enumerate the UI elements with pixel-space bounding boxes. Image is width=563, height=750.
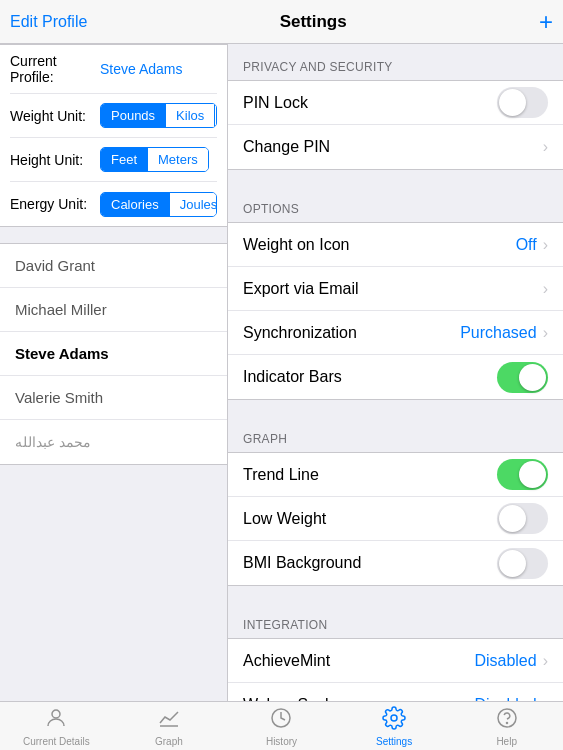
wahoo-scale-row[interactable]: Wahoo Scale Disabled › (228, 683, 563, 701)
options-section: Weight on Icon Off › Export via Email › … (228, 222, 563, 400)
height-meters-btn[interactable]: Meters (148, 148, 208, 171)
weight-pounds-btn[interactable]: Pounds (101, 104, 166, 127)
low-weight-knob (499, 505, 526, 532)
indicator-bars-knob (519, 364, 546, 391)
bmi-background-toggle[interactable] (497, 548, 548, 579)
tab-settings-label: Settings (376, 736, 412, 747)
graph-section: Trend Line Low Weight BMI Background (228, 452, 563, 586)
height-feet-btn[interactable]: Feet (101, 148, 148, 171)
tab-graph-label: Graph (155, 736, 183, 747)
top-bar: Edit Profile Settings + (0, 0, 563, 44)
current-profile-section: Current Profile: Steve Adams Weight Unit… (0, 44, 227, 227)
weight-stones-btn[interactable]: Stones (215, 104, 217, 127)
current-details-icon (44, 706, 68, 734)
tab-current-details-label: Current Details (23, 736, 90, 747)
energy-unit-row: Energy Unit: Calories Joules (10, 182, 217, 226)
indicator-bars-label: Indicator Bars (243, 368, 497, 386)
weight-unit-row: Weight Unit: Pounds Kilos Stones (10, 94, 217, 138)
export-email-label: Export via Email (243, 280, 543, 298)
bmi-background-label: BMI Background (243, 554, 497, 572)
integration-section: AchieveMint Disabled › Wahoo Scale Disab… (228, 638, 563, 701)
svg-point-0 (52, 710, 60, 718)
trend-line-row: Trend Line (228, 453, 563, 497)
tab-settings[interactable]: Settings (338, 702, 451, 750)
history-icon (269, 706, 293, 734)
bmi-background-knob (499, 550, 526, 577)
change-pin-row[interactable]: Change PIN › (228, 125, 563, 169)
right-panel: PRIVACY AND SECURITY PIN Lock Change PIN… (228, 44, 563, 701)
low-weight-toggle[interactable] (497, 503, 548, 534)
height-unit-segmented[interactable]: Feet Meters (100, 147, 209, 172)
tab-bar: Current Details Graph History Settings (0, 701, 563, 750)
tab-history[interactable]: History (225, 702, 338, 750)
weight-unit-label: Weight Unit: (10, 108, 100, 124)
tab-graph[interactable]: Graph (113, 702, 226, 750)
profile-item-steve[interactable]: Steve Adams (0, 332, 227, 376)
synchronization-chevron: › (543, 324, 548, 342)
weight-on-icon-chevron: › (543, 236, 548, 254)
export-email-chevron: › (543, 280, 548, 298)
profile-item-david[interactable]: David Grant (0, 244, 227, 288)
main-content: Current Profile: Steve Adams Weight Unit… (0, 44, 563, 701)
profile-item-valerie[interactable]: Valerie Smith (0, 376, 227, 420)
tab-history-label: History (266, 736, 297, 747)
energy-unit-segmented[interactable]: Calories Joules (100, 192, 217, 217)
profile-item-arabic[interactable]: محمد عبدالله (0, 420, 227, 464)
graph-icon (157, 706, 181, 734)
bmi-background-row: BMI Background (228, 541, 563, 585)
pin-lock-label: PIN Lock (243, 94, 497, 112)
edit-profile-button[interactable]: Edit Profile (10, 13, 87, 31)
weight-on-icon-value: Off (516, 236, 537, 254)
low-weight-label: Low Weight (243, 510, 497, 528)
current-profile-value: Steve Adams (100, 61, 183, 77)
privacy-section: PIN Lock Change PIN › (228, 80, 563, 170)
weight-unit-segmented[interactable]: Pounds Kilos Stones (100, 103, 217, 128)
energy-unit-label: Energy Unit: (10, 196, 100, 212)
indicator-bars-row: Indicator Bars (228, 355, 563, 399)
settings-icon (382, 706, 406, 734)
graph-section-header: GRAPH (228, 416, 563, 452)
weight-kilos-btn[interactable]: Kilos (166, 104, 215, 127)
energy-joules-btn[interactable]: Joules (170, 193, 217, 216)
weight-on-icon-label: Weight on Icon (243, 236, 516, 254)
page-title: Settings (87, 12, 539, 32)
help-icon (495, 706, 519, 734)
trend-line-label: Trend Line (243, 466, 497, 484)
pin-lock-toggle[interactable] (497, 87, 548, 118)
trend-line-knob (519, 461, 546, 488)
achievemint-value: Disabled (474, 652, 536, 670)
change-pin-label: Change PIN (243, 138, 543, 156)
svg-point-3 (391, 715, 397, 721)
synchronization-label: Synchronization (243, 324, 460, 342)
low-weight-row: Low Weight (228, 497, 563, 541)
integration-section-header: INTEGRATION (228, 602, 563, 638)
height-unit-row: Height Unit: Feet Meters (10, 138, 217, 182)
svg-point-4 (498, 709, 516, 727)
weight-on-icon-row[interactable]: Weight on Icon Off › (228, 223, 563, 267)
achievemint-label: AchieveMint (243, 652, 474, 670)
export-email-row[interactable]: Export via Email › (228, 267, 563, 311)
tab-current-details[interactable]: Current Details (0, 702, 113, 750)
achievemint-row[interactable]: AchieveMint Disabled › (228, 639, 563, 683)
privacy-section-header: PRIVACY AND SECURITY (228, 44, 563, 80)
indicator-bars-toggle[interactable] (497, 362, 548, 393)
synchronization-row[interactable]: Synchronization Purchased › (228, 311, 563, 355)
left-panel: Current Profile: Steve Adams Weight Unit… (0, 44, 228, 701)
synchronization-value: Purchased (460, 324, 537, 342)
profile-item-michael[interactable]: Michael Miller (0, 288, 227, 332)
height-unit-label: Height Unit: (10, 152, 100, 168)
tab-help[interactable]: Help (450, 702, 563, 750)
achievemint-chevron: › (543, 652, 548, 670)
svg-point-5 (506, 722, 507, 723)
profile-list: David Grant Michael Miller Steve Adams V… (0, 243, 227, 465)
pin-lock-row: PIN Lock (228, 81, 563, 125)
current-profile-label: Current Profile: (10, 53, 100, 85)
pin-lock-knob (499, 89, 526, 116)
energy-calories-btn[interactable]: Calories (101, 193, 170, 216)
tab-help-label: Help (496, 736, 517, 747)
current-profile-row: Current Profile: Steve Adams (10, 45, 217, 94)
add-button[interactable]: + (539, 10, 553, 34)
options-section-header: OPTIONS (228, 186, 563, 222)
trend-line-toggle[interactable] (497, 459, 548, 490)
change-pin-chevron: › (543, 138, 548, 156)
